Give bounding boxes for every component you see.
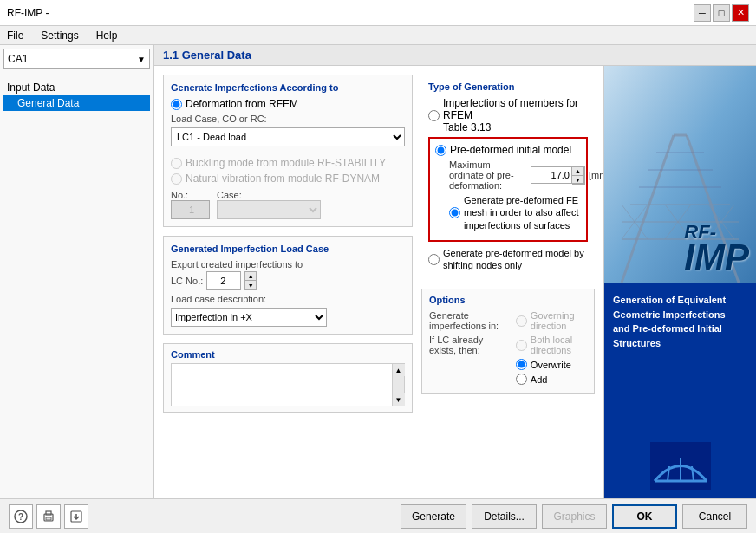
generated-imperfection-section: Generated Imperfection Load Case Export … — [163, 236, 413, 335]
max-ordinate-input[interactable] — [531, 166, 572, 184]
export-icon-button[interactable] — [64, 504, 88, 529]
options-section: Options Generate imperfections in: If LC… — [421, 289, 595, 394]
generate-shifting-radio-group: Generate pre-deformed model by shifting … — [428, 247, 588, 272]
no-input[interactable] — [171, 200, 210, 219]
sidebar-item-input-data[interactable]: Input Data — [3, 80, 150, 95]
menu-settings[interactable]: Settings — [37, 28, 81, 43]
ok-button[interactable]: OK — [612, 504, 677, 529]
case-label: Case: — [217, 190, 321, 200]
minimize-button[interactable]: ─ — [694, 4, 711, 22]
add-radio[interactable] — [516, 374, 527, 385]
svg-rect-25 — [46, 517, 51, 520]
print-icon-button[interactable] — [36, 504, 61, 529]
natural-vibration-label[interactable]: Natural vibration from module RF-DYNAM — [186, 172, 380, 185]
menubar: File Settings Help — [0, 26, 756, 45]
both-local-label[interactable]: Both local directions — [531, 335, 587, 355]
lc-no-input[interactable] — [206, 271, 241, 290]
load-case-label: Load Case, CO or RC: — [171, 114, 275, 124]
cancel-button[interactable]: Cancel — [682, 504, 747, 529]
type-of-generation-section: Type of Generation Imperfections of memb… — [421, 75, 595, 282]
spin-down-btn[interactable]: ▼ — [572, 175, 584, 184]
buckling-radio-group: Buckling mode from module RF-STABILITY — [171, 157, 405, 169]
options-grid: Generate imperfections in: If LC already… — [429, 310, 587, 388]
menu-file[interactable]: File — [3, 28, 27, 43]
scroll-up-btn[interactable]: ▲ — [393, 364, 405, 376]
load-case-select[interactable]: LC1 - Dead load — [171, 127, 405, 146]
pre-deformed-radio[interactable] — [435, 145, 446, 156]
form-panel: Generate Imperfections According to Defo… — [154, 66, 604, 498]
svg-text:?: ? — [18, 512, 23, 522]
help-icon-button[interactable]: ? — [9, 504, 33, 529]
ca-dropdown[interactable]: CA1 ▼ — [3, 49, 150, 69]
content-header: 1.1 General Data — [154, 45, 756, 66]
toolbar-left: ? — [9, 504, 88, 529]
graphics-button[interactable]: Graphics — [542, 504, 607, 529]
comment-section: Comment ▲ ▼ — [163, 343, 413, 413]
deformation-radio-group: Deformation from RFEM — [171, 98, 405, 110]
generate-shifting-label[interactable]: Generate pre-deformed model by shifting … — [443, 247, 588, 272]
branding-image: RF- IMP — [604, 66, 756, 283]
comment-label: Comment — [171, 349, 405, 360]
lc-no-spin-down[interactable]: ▼ — [244, 281, 257, 290]
overwrite-label[interactable]: Overwrite — [531, 360, 571, 370]
scroll-down-btn[interactable]: ▼ — [393, 393, 405, 406]
maximize-button[interactable]: □ — [713, 4, 730, 22]
help-icon: ? — [14, 510, 28, 523]
menu-help[interactable]: Help — [93, 28, 121, 43]
both-local-radio[interactable] — [516, 340, 527, 351]
generate-fe-mesh-radio-group: Generate pre-deformed FE mesh in order t… — [449, 194, 581, 231]
right-logo-panel — [604, 433, 756, 498]
no-col: No.: — [171, 190, 210, 219]
add-label[interactable]: Add — [531, 374, 548, 385]
details-button[interactable]: Details... — [472, 504, 537, 529]
imperfections-members-label: Imperfections of members for RFEM Table … — [443, 97, 588, 133]
comment-textarea[interactable] — [172, 364, 392, 406]
lc-desc-row: Load case description: — [171, 294, 405, 304]
buckling-radio[interactable] — [171, 158, 182, 169]
lc-desc-label: Load case description: — [171, 294, 266, 304]
generate-fe-mesh-radio[interactable] — [449, 207, 460, 218]
deformation-label[interactable]: Deformation from RFEM — [186, 98, 298, 110]
generate-fe-mesh-container: Generate pre-deformed FE mesh in order t… — [435, 194, 581, 231]
generate-shifting-radio[interactable] — [428, 254, 440, 265]
left-column: Generate Imperfections According to Defo… — [163, 75, 413, 413]
pre-deformed-radio-group: Pre-deformed initial model — [435, 144, 581, 156]
case-select[interactable] — [217, 200, 321, 219]
sidebar-item-general-data[interactable]: General Data — [3, 95, 150, 111]
branding-description: Generation of Equivalent Geometric Imper… — [613, 293, 747, 350]
lc-no-spin-up[interactable]: ▲ — [244, 271, 257, 281]
options-label: Options — [429, 295, 587, 305]
generate-button[interactable]: Generate — [401, 504, 466, 529]
overwrite-radio[interactable] — [516, 359, 527, 370]
add-radio-group: Add — [516, 374, 587, 385]
right-column: Type of Generation Imperfections of memb… — [421, 75, 595, 413]
titlebar: RF-IMP - ─ □ ✕ — [0, 0, 756, 26]
generate-imperfections-in-label: Generate imperfections in: — [429, 310, 509, 331]
governing-direction-label[interactable]: Governing direction — [531, 310, 587, 331]
generate-imperfections-label: Generate Imperfections According to — [171, 82, 405, 93]
load-case-row: Load Case, CO or RC: — [171, 114, 405, 124]
generate-imperfections-section: Generate Imperfections According to Defo… — [163, 75, 413, 227]
buckling-label[interactable]: Buckling mode from module RF-STABILITY — [186, 157, 386, 169]
svg-rect-24 — [46, 511, 51, 515]
imperfections-members-radio-group: Imperfections of members for RFEM Table … — [428, 97, 588, 133]
form-columns: Generate Imperfections According to Defo… — [163, 75, 595, 413]
natural-vibration-radio[interactable] — [171, 173, 182, 185]
no-case-row: No.: Case: — [171, 190, 405, 219]
rf-imp-logo-text: RF- IMP — [684, 224, 749, 274]
sidebar: CA1 ▼ Input Data General Data — [0, 45, 154, 498]
deformation-radio[interactable] — [171, 99, 182, 110]
sidebar-tree: Input Data General Data — [3, 76, 150, 114]
unit-label: [mm] — [589, 170, 604, 180]
both-local-radio-group: Both local directions — [516, 335, 587, 355]
governing-direction-radio[interactable] — [516, 315, 527, 327]
natural-vibration-radio-group: Natural vibration from module RF-DYNAM — [171, 172, 405, 185]
company-logo-svg — [650, 442, 711, 490]
lc-desc-select[interactable]: Imperfection in +X — [171, 308, 327, 327]
pre-deformed-label[interactable]: Pre-deformed initial model — [450, 144, 571, 156]
imperfections-members-radio[interactable] — [428, 110, 440, 121]
max-ordinate-row: Maximum ordinate of pre-deformation: ▲ ▼ — [435, 159, 581, 191]
spin-up-btn[interactable]: ▲ — [572, 166, 584, 175]
generate-fe-mesh-label[interactable]: Generate pre-deformed FE mesh in order t… — [464, 194, 581, 231]
close-button[interactable]: ✕ — [732, 4, 749, 22]
